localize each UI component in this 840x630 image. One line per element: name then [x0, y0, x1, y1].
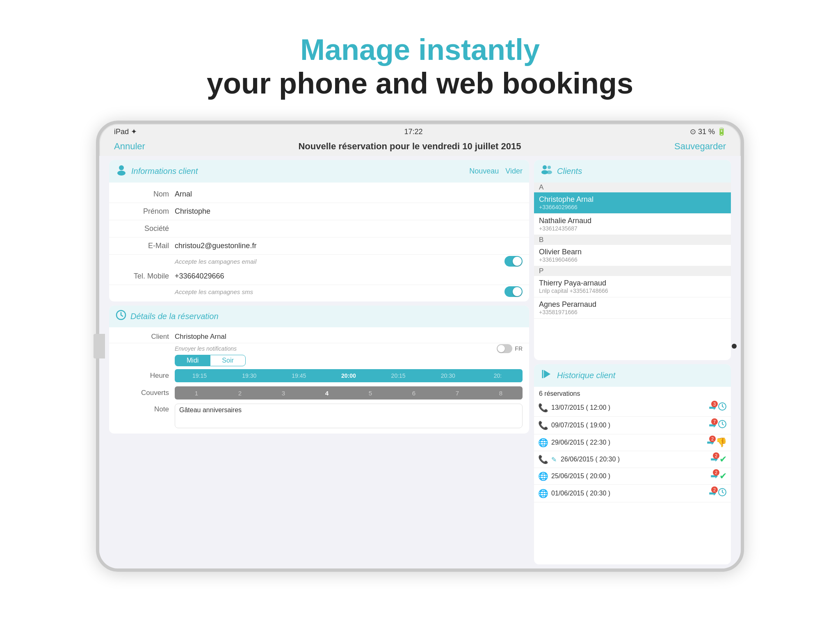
- phone-icon-1: 📞: [538, 403, 548, 413]
- sms-toggle[interactable]: [504, 286, 523, 297]
- nav-cancel-button[interactable]: Annuler: [114, 141, 145, 152]
- history-item-3[interactable]: 🌐 29/06/2015 ( 22:30 ) ➡ 2 👎: [534, 434, 731, 451]
- client-info-header: Informations client Nouveau Vider: [109, 160, 529, 183]
- cover-4[interactable]: 4: [305, 390, 349, 397]
- cover-5[interactable]: 5: [349, 390, 392, 397]
- right-dot: [732, 344, 737, 349]
- vider-button[interactable]: Vider: [505, 167, 523, 176]
- history-header: Historique client: [534, 364, 731, 387]
- cover-6[interactable]: 6: [392, 390, 436, 397]
- client-info-card: Informations client Nouveau Vider Nom Pr…: [109, 160, 529, 301]
- clients-title: Clients: [557, 167, 724, 176]
- history-item-2[interactable]: 📞 09/07/2015 ( 19:00 ) ➡ 7: [534, 417, 731, 434]
- note-textarea[interactable]: Gâteau anniversaires: [175, 404, 523, 428]
- side-button[interactable]: [94, 334, 105, 358]
- history-count: 6 réservations: [534, 388, 731, 399]
- globe-icon-6: 🌐: [538, 488, 548, 498]
- history-item-6[interactable]: 🌐 01/06/2015 ( 20:30 ) ➡ 2: [534, 485, 731, 502]
- history-badges-1: ➡ 3: [709, 402, 727, 413]
- time-slot-6[interactable]: 20:: [473, 371, 523, 381]
- prenom-input[interactable]: [175, 205, 523, 217]
- email-toggle-label: Accepte les campagnes email: [175, 258, 501, 265]
- client-form: Nom Prénom Société E-Mail: [109, 183, 529, 301]
- client-name: Christophe Arnal: [539, 195, 726, 204]
- phone-icon-4: 📞: [538, 454, 548, 464]
- nom-input[interactable]: [175, 188, 523, 200]
- clients-header: Clients: [534, 160, 731, 183]
- svg-point-6: [546, 171, 552, 174]
- history-item-5[interactable]: 🌐 25/06/2015 ( 20:00 ) ➡ 2 ✔: [534, 468, 731, 485]
- detail-body: Client Christophe Arnal Envoyer les noti…: [109, 327, 529, 434]
- cover-1[interactable]: 1: [175, 390, 218, 397]
- client-phone: +33612435687: [539, 225, 726, 232]
- client-info-actions: Nouveau Vider: [469, 167, 523, 176]
- group-a-letter: A: [534, 183, 731, 192]
- right-panel: Clients A Christophe Arnal +33664029666 …: [534, 160, 731, 564]
- nav-title: Nouvelle réservation pour le vendredi 10…: [298, 141, 521, 152]
- societe-row: Société: [109, 220, 529, 237]
- history-date-5: 25/06/2015 ( 20:00 ): [551, 472, 707, 480]
- notif-toggle[interactable]: [497, 344, 512, 353]
- arrow-badge-3: ➡ 2: [707, 437, 714, 448]
- time-slot-2[interactable]: 19:45: [274, 371, 324, 381]
- client-thierry-paya[interactable]: Thierry Paya-arnaud Lnlp capital +335617…: [534, 276, 731, 297]
- person-icon: [116, 164, 127, 178]
- arrow-badge-1: ➡ 3: [709, 402, 716, 413]
- heure-label: Heure: [116, 372, 169, 380]
- clients-list: A Christophe Arnal +33664029666 Nathalie…: [534, 183, 731, 360]
- nav-bar: Annuler Nouvelle réservation pour le ven…: [99, 139, 741, 156]
- couverts-label: Couverts: [116, 389, 169, 397]
- societe-input[interactable]: [175, 223, 523, 235]
- time-slot-5[interactable]: 20:30: [423, 371, 473, 381]
- details-card: Détails de la réservation Client Christo…: [109, 306, 529, 434]
- phone-icon-2: 📞: [538, 420, 548, 430]
- client-olivier-bearn[interactable]: Olivier Bearn +33619604666: [534, 245, 731, 266]
- history-date-1: 13/07/2015 ( 12:00 ): [551, 404, 705, 411]
- email-input[interactable]: [175, 240, 523, 252]
- page-header: Manage instantly your phone and web book…: [207, 33, 633, 100]
- cover-8[interactable]: 8: [479, 390, 523, 397]
- societe-label: Société: [116, 224, 169, 233]
- history-item-1[interactable]: 📞 13/07/2015 ( 12:00 ) ➡ 3: [534, 399, 731, 417]
- globe-icon-5: 🌐: [538, 471, 548, 481]
- tel-input[interactable]: [175, 270, 523, 282]
- details-header: Détails de la réservation: [109, 306, 529, 327]
- group-b-letter: B: [534, 235, 731, 245]
- arrow-badge-4: ➡ 2: [710, 454, 718, 465]
- cover-2[interactable]: 2: [218, 390, 262, 397]
- cover-3[interactable]: 3: [262, 390, 305, 397]
- svg-marker-7: [544, 370, 550, 378]
- history-date-6: 01/06/2015 ( 20:30 ): [551, 490, 705, 497]
- cover-7[interactable]: 7: [436, 390, 479, 397]
- arrow-badge-2: ➡ 7: [709, 420, 716, 431]
- time-slider[interactable]: 19:15 19:30 19:45 20:00 20:15 20:30 20:: [175, 369, 523, 382]
- history-icon: [541, 368, 553, 383]
- email-toggle[interactable]: [504, 256, 523, 267]
- midi-button[interactable]: Midi: [175, 355, 210, 366]
- client-phone: +33664029666: [539, 204, 726, 210]
- status-ok-4: ✔: [719, 454, 727, 465]
- nouveau-button[interactable]: Nouveau: [469, 167, 499, 176]
- nav-save-button[interactable]: Sauvegarder: [674, 141, 726, 152]
- client-detail-value: Christophe Arnal: [175, 333, 523, 341]
- covers-slider[interactable]: 1 2 3 4 5 6 7 8: [175, 386, 523, 399]
- client-nathalie-arnaud[interactable]: Nathalie Arnaud +33612435687: [534, 214, 731, 235]
- nom-row: Nom: [109, 186, 529, 203]
- sms-toggle-row: Accepte les campagnes sms: [109, 285, 529, 298]
- client-agnes-perarnaud[interactable]: Agnes Perarnaud +33581971666: [534, 297, 731, 319]
- status-cancel-3: 👎: [716, 437, 727, 448]
- header-line2: your phone and web bookings: [207, 66, 633, 100]
- time-slot-3[interactable]: 20:00: [324, 371, 373, 381]
- soir-button[interactable]: Soir: [210, 355, 245, 366]
- notif-row: Envoyer les notifications FR: [109, 343, 529, 354]
- time-slot-1[interactable]: 19:30: [224, 371, 274, 381]
- globe-icon-3: 🌐: [538, 438, 548, 447]
- history-badges-2: ➡ 7: [709, 420, 727, 431]
- clock-icon: [116, 310, 126, 323]
- time-slot-0[interactable]: 19:15: [175, 371, 224, 381]
- history-item-4[interactable]: 📞 ✎ 26/06/2015 ( 20:30 ) ➡ 2 ✔: [534, 451, 731, 468]
- status-left: iPad ✦: [114, 127, 137, 136]
- time-slot-4[interactable]: 20:15: [374, 371, 423, 381]
- group-p-letter: P: [534, 266, 731, 276]
- client-christophe-arnal[interactable]: Christophe Arnal +33664029666: [534, 192, 731, 214]
